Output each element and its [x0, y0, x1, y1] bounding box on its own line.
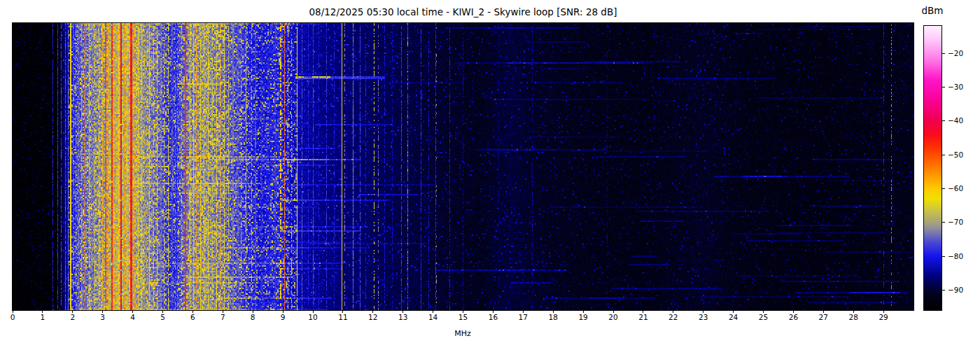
x-tick-label: 5: [160, 313, 165, 322]
waterfall-plot-area: [12, 22, 914, 311]
colorbar-tick-label: −60: [948, 184, 963, 192]
x-tick-label: 12: [368, 313, 377, 322]
colorbar-tick-mark: [942, 155, 945, 155]
x-tick-label: 20: [608, 313, 617, 322]
colorbar-tick-mark: [942, 290, 945, 290]
x-tick-label: 23: [699, 313, 708, 322]
x-tick-label: 11: [338, 313, 347, 322]
x-tick-label: 10: [308, 313, 317, 322]
x-tick-label: 22: [668, 313, 678, 322]
colorbar-tick-label: −30: [948, 83, 963, 91]
colorbar-tick-label: −90: [948, 286, 963, 294]
x-tick-label: 0: [10, 313, 15, 322]
x-tick-label: 13: [398, 313, 407, 322]
colorbar-tick-mark: [942, 256, 945, 257]
colorbar-tick-label: −50: [948, 150, 963, 159]
x-tick-label: 8: [251, 313, 255, 322]
x-tick-label: 1: [41, 313, 46, 322]
x-tick-label: 28: [849, 313, 858, 322]
colorbar: [923, 25, 942, 311]
x-tick-label: 4: [130, 313, 135, 322]
x-tick-label: 26: [789, 313, 798, 322]
x-tick-label: 27: [819, 313, 828, 322]
x-tick-label: 3: [100, 313, 105, 322]
x-tick-label: 17: [519, 313, 528, 322]
x-tick-label: 16: [489, 313, 498, 322]
colorbar-tick-label: −20: [948, 49, 963, 57]
colorbar-tick-mark: [942, 53, 945, 54]
colorbar-tick-mark: [942, 87, 945, 88]
x-tick-label: 18: [549, 313, 558, 322]
x-tick-label: 15: [458, 313, 468, 322]
colorbar-tick-mark: [942, 120, 945, 121]
colorbar-tick-mark: [942, 188, 945, 189]
x-tick-label: 19: [578, 313, 587, 322]
x-tick-label: 29: [878, 313, 888, 322]
colorbar-tick-mark: [942, 222, 945, 223]
x-tick-label: 6: [190, 313, 195, 322]
x-tick-label: 14: [428, 313, 438, 322]
x-tick-label: 7: [220, 313, 225, 322]
x-tick-label: 2: [70, 313, 75, 322]
colorbar-tick-label: −80: [948, 252, 963, 260]
colorbar-tick-label: −40: [948, 116, 963, 125]
x-tick-label: 9: [281, 313, 286, 322]
colorbar-tick-label: −70: [948, 218, 963, 226]
x-tick-label: 25: [759, 313, 768, 322]
x-axis-label: MHz: [454, 329, 471, 338]
x-tick-label: 24: [729, 313, 738, 322]
chart-title: 08/12/2025 05:30 local time - KIWI_2 - S…: [13, 6, 913, 18]
spectrogram-canvas: [13, 23, 913, 310]
x-tick-label: 21: [638, 313, 648, 322]
colorbar-label: dBm: [922, 5, 944, 16]
